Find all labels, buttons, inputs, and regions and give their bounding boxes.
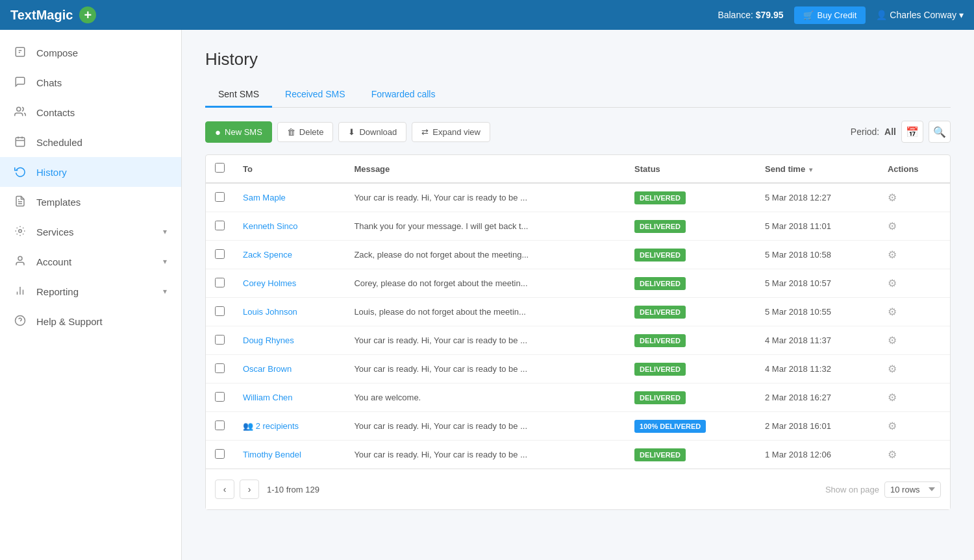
to-cell: William Chen (234, 383, 345, 412)
row-actions-button[interactable]: ⚙ (888, 448, 897, 461)
row-checkbox[interactable] (215, 278, 225, 287)
table-row: Kenneth Sinco Thank you for your message… (206, 212, 950, 241)
actions-cell: ⚙ (879, 212, 950, 241)
actions-cell: ⚙ (879, 298, 950, 326)
svg-point-3 (17, 107, 21, 111)
status-cell: DELIVERED (625, 269, 756, 298)
sidebar-item-chats[interactable]: Chats (0, 67, 181, 97)
status-cell: DELIVERED (625, 383, 756, 412)
sidebar-label-chats: Chats (36, 77, 62, 88)
table-row: William Chen You are welcome. DELIVERED … (206, 383, 950, 412)
svg-point-11 (18, 256, 22, 260)
recipient-link[interactable]: Louis Johnson (243, 307, 297, 317)
row-checkbox[interactable] (215, 221, 225, 230)
toolbar: ● New SMS 🗑 Delete ⬇ Download ⇄ Expand v… (205, 121, 951, 143)
row-checkbox[interactable] (215, 335, 225, 345)
row-checkbox[interactable] (215, 449, 225, 459)
recipient-link[interactable]: Doug Rhynes (243, 335, 294, 345)
sidebar-item-account[interactable]: Account ▾ (0, 247, 181, 276)
row-actions-button[interactable]: ⚙ (888, 191, 897, 204)
to-cell: 👥 2 recipients (234, 412, 345, 441)
sort-arrow-icon: ▾ (809, 166, 812, 173)
header-right: Balance: $79.95 🛒 Buy Credit 👤 Charles C… (718, 6, 964, 24)
status-cell: DELIVERED (625, 441, 756, 469)
rows-per-page-select[interactable]: 10 rows25 rows50 rows100 rows (884, 481, 941, 498)
download-button[interactable]: ⬇ Download (338, 122, 406, 142)
status-badge: DELIVERED (634, 306, 686, 319)
row-actions-button[interactable]: ⚙ (888, 391, 897, 404)
new-sms-button[interactable]: ● New SMS (205, 121, 272, 143)
status-badge: DELIVERED (634, 277, 686, 290)
row-checkbox[interactable] (215, 306, 225, 316)
select-all-checkbox[interactable] (215, 163, 225, 173)
logo-plus-button[interactable]: + (79, 6, 96, 23)
recipient-link[interactable]: William Chen (243, 393, 293, 402)
row-actions-button[interactable]: ⚙ (888, 334, 897, 347)
recipient-link[interactable]: Timothy Bendel (243, 450, 301, 459)
sidebar-item-templates[interactable]: Templates (0, 187, 181, 217)
sidebar-label-templates: Templates (36, 197, 81, 208)
recipient-link[interactable]: Oscar Brown (243, 364, 292, 374)
sidebar-item-help[interactable]: Help & Support (0, 306, 181, 336)
svg-rect-4 (16, 138, 25, 147)
sidebar-item-compose[interactable]: Compose (0, 38, 181, 67)
prev-page-button[interactable]: ‹ (215, 480, 234, 499)
app-body: Compose Chats Contacts Scheduled History (0, 30, 974, 560)
header-left: TextMagic + (10, 6, 96, 23)
sidebar-item-reporting[interactable]: Reporting ▾ (0, 276, 181, 306)
send-time-cell: 5 Mar 2018 10:58 (756, 241, 879, 269)
sidebar-item-services[interactable]: Services ▾ (0, 217, 181, 247)
row-checkbox-cell (206, 326, 234, 355)
actions-cell: ⚙ (879, 241, 950, 269)
row-checkbox[interactable] (215, 392, 225, 402)
tab-sent-sms[interactable]: Sent SMS (205, 82, 272, 108)
status-cell: 100% DELIVERED (625, 412, 756, 441)
recipient-link[interactable]: Sam Maple (243, 193, 286, 202)
user-avatar-icon: 👤 (876, 10, 887, 20)
recipient-link[interactable]: Corey Holmes (243, 278, 296, 288)
row-actions-button[interactable]: ⚙ (888, 220, 897, 232)
row-checkbox-cell (206, 269, 234, 298)
to-cell: Oscar Brown (234, 355, 345, 383)
recipient-link[interactable]: Kenneth Sinco (243, 221, 298, 231)
row-checkbox[interactable] (215, 249, 225, 259)
row-checkbox[interactable] (215, 363, 225, 373)
row-actions-button[interactable]: ⚙ (888, 277, 897, 289)
search-button[interactable]: 🔍 (929, 121, 951, 143)
contacts-icon (14, 106, 27, 119)
recipient-link[interactable]: 2 recipients (256, 421, 299, 431)
tab-received-sms[interactable]: Received SMS (272, 82, 358, 108)
row-checkbox[interactable] (215, 420, 225, 430)
calendar-button[interactable]: 📅 (901, 121, 923, 143)
send-time-col-header[interactable]: Send time ▾ (756, 155, 879, 183)
row-actions-button[interactable]: ⚙ (888, 363, 897, 375)
message-cell: Your car is ready. Hi, Your car is ready… (345, 412, 625, 441)
page-title: History (205, 49, 951, 69)
row-actions-button[interactable]: ⚙ (888, 306, 897, 318)
delete-button[interactable]: 🗑 Delete (277, 122, 334, 142)
to-cell: Sam Maple (234, 183, 345, 212)
table-row: Louis Johnson Louis, please do not forge… (206, 298, 950, 326)
next-page-button[interactable]: › (240, 480, 259, 499)
row-checkbox-cell (206, 355, 234, 383)
user-menu[interactable]: 👤 Charles Conway ▾ (876, 10, 964, 20)
expand-view-button[interactable]: ⇄ Expand view (412, 122, 490, 142)
search-icon: 🔍 (933, 126, 946, 138)
sidebar-item-history[interactable]: History (0, 157, 181, 187)
show-on-page-label: Show on page (825, 485, 879, 494)
sidebar-item-scheduled[interactable]: Scheduled (0, 127, 181, 157)
actions-cell: ⚙ (879, 183, 950, 212)
row-actions-button[interactable]: ⚙ (888, 249, 897, 261)
row-actions-button[interactable]: ⚙ (888, 420, 897, 432)
row-checkbox[interactable] (215, 192, 225, 202)
recipient-link[interactable]: Zack Spence (243, 250, 292, 260)
tab-forwarded-calls[interactable]: Forwarded calls (358, 82, 449, 108)
row-checkbox-cell (206, 383, 234, 412)
sidebar-label-reporting: Reporting (36, 286, 79, 297)
row-checkbox-cell (206, 441, 234, 469)
expand-icon: ⇄ (421, 127, 429, 137)
buy-credit-button[interactable]: 🛒 Buy Credit (794, 6, 866, 24)
chats-icon (14, 76, 27, 89)
services-chevron-icon: ▾ (163, 227, 167, 236)
sidebar-item-contacts[interactable]: Contacts (0, 97, 181, 127)
